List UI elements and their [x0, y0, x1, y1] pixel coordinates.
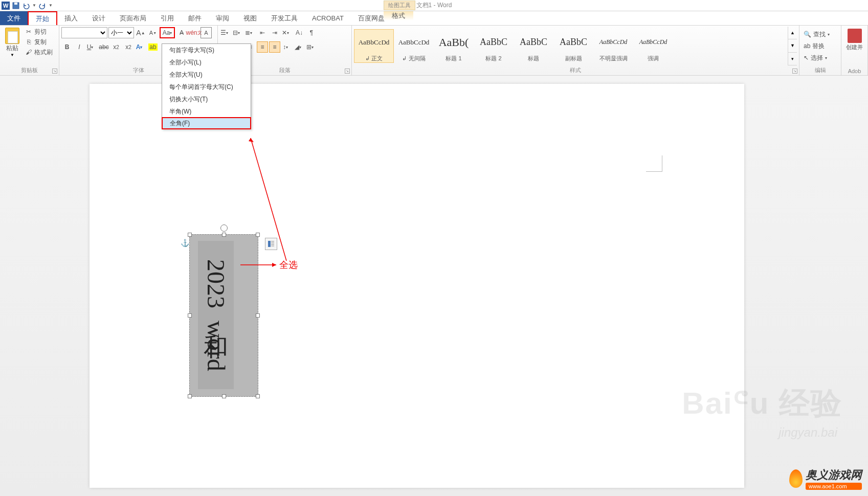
text-effects-button[interactable]: A▾ — [135, 41, 146, 53]
paste-button[interactable]: 粘贴 ▼ — [2, 27, 23, 57]
styles-gallery-scroll: ▲ ▼ ▾ — [788, 27, 797, 65]
gallery-scroll-down[interactable]: ▼ — [788, 39, 797, 52]
format-painter-button[interactable]: 🖌格式刷 — [24, 47, 54, 57]
numbering-button[interactable]: ⊟▾ — [232, 27, 243, 38]
tab-view[interactable]: 视图 — [236, 11, 264, 25]
group-editing: 🔍查找▾ ab替换 ↖选择▾ 编辑 — [799, 26, 841, 75]
resize-handle-mt[interactable] — [222, 233, 226, 237]
style-item-7[interactable]: AaBbCcDd强调 — [633, 29, 673, 63]
watermark-main: Baiᕪu 经验 — [682, 383, 842, 424]
multilevel-list-button[interactable]: ≣▾ — [244, 27, 256, 38]
resize-handle-tl[interactable] — [188, 233, 192, 237]
annotation-label: 全选 — [279, 259, 298, 271]
resize-handle-mb[interactable] — [222, 394, 226, 398]
subscript-button[interactable]: x2 — [110, 41, 122, 53]
distribute-button[interactable]: ≡ — [269, 41, 280, 53]
create-pdf-icon[interactable] — [848, 29, 862, 43]
style-item-5[interactable]: AaBbC副标题 — [553, 29, 593, 63]
case-full-width[interactable]: 全角(F) — [162, 117, 251, 129]
qat-customize-icon[interactable]: ▼ — [48, 1, 53, 10]
font-name-select[interactable] — [61, 27, 107, 38]
resize-handle-mr[interactable] — [256, 313, 260, 318]
bullets-button[interactable]: ☰▾ — [220, 27, 231, 38]
superscript-button[interactable]: x2 — [123, 41, 134, 53]
group-clipboard: 粘贴 ▼ ✂剪切 ⎘复制 🖌格式刷 剪贴板 ↘ — [0, 26, 59, 75]
cut-button[interactable]: ✂剪切 — [24, 27, 54, 37]
styles-group-label: 样式 — [354, 65, 797, 75]
scissors-icon: ✂ — [25, 28, 33, 36]
svg-rect-3 — [14, 3, 17, 5]
tab-file[interactable]: 文件 — [0, 11, 28, 25]
ribbon-tabs: 文件 开始 插入 设计 页面布局 引用 邮件 审阅 视图 开发工具 ACROBA… — [0, 11, 868, 26]
paragraph-dialog-launcher[interactable]: ↘ — [345, 69, 350, 74]
tab-page-layout[interactable]: 页面布局 — [113, 11, 153, 25]
rotate-handle[interactable] — [220, 224, 228, 232]
select-button[interactable]: ↖选择▾ — [802, 52, 839, 63]
asian-layout-button[interactable]: ✕▾ — [281, 27, 293, 38]
tab-format[interactable]: 格式 — [384, 11, 413, 20]
gallery-scroll-up[interactable]: ▲ — [788, 27, 797, 39]
change-case-button[interactable]: Aa▾ — [160, 27, 175, 38]
svg-line-5 — [251, 138, 286, 261]
style-item-2[interactable]: AaBb(标题 1 — [434, 29, 474, 63]
resize-handle-ml[interactable] — [188, 313, 192, 318]
tab-design[interactable]: 设计 — [85, 11, 113, 25]
shrink-font-button[interactable]: A▼ — [147, 27, 159, 38]
resize-handle-br[interactable] — [256, 394, 260, 398]
style-item-1[interactable]: AaBbCcDd↲ 无间隔 — [394, 29, 434, 63]
clipboard-dialog-launcher[interactable]: ↘ — [52, 69, 57, 74]
tab-references[interactable]: 引用 — [153, 11, 181, 25]
logo-url: www.aoe1.com — [806, 483, 862, 490]
character-border-button[interactable]: A — [201, 27, 212, 38]
word-app-icon[interactable]: W — [1, 1, 10, 10]
borders-button[interactable]: ⊞▾ — [306, 41, 317, 53]
vertical-text-content[interactable]: 2023 和 word — [198, 241, 234, 389]
tab-acrobat[interactable]: ACROBAT — [305, 11, 351, 25]
justify-button[interactable]: ≡ — [257, 41, 268, 53]
logo-text: 奥义游戏网 — [806, 467, 862, 483]
undo-icon[interactable] — [21, 1, 31, 10]
anchor-icon: ⚓ — [181, 239, 189, 247]
case-half-width[interactable]: 半角(W) — [162, 105, 251, 118]
phonetic-guide-button[interactable]: wén文 — [188, 27, 199, 38]
highlight-button[interactable]: ab — [147, 41, 159, 53]
tab-developer[interactable]: 开发工具 — [264, 11, 305, 25]
styles-dialog-launcher[interactable]: ↘ — [792, 69, 797, 74]
style-item-6[interactable]: AaBbCcDd不明显强调 — [593, 29, 633, 63]
resize-handle-bl[interactable] — [188, 394, 192, 398]
tab-insert[interactable]: 插入 — [57, 11, 85, 25]
undo-dropdown-icon[interactable]: ▼ — [32, 1, 37, 10]
underline-button[interactable]: U▾ — [86, 41, 97, 53]
tab-review[interactable]: 审阅 — [209, 11, 236, 25]
bold-button[interactable]: B — [61, 41, 73, 53]
page[interactable] — [90, 84, 744, 488]
case-capitalize-each[interactable]: 每个单词首字母大写(C) — [162, 81, 251, 93]
style-item-0[interactable]: AaBbCcDd↲ 正文 — [354, 29, 394, 63]
case-lowercase[interactable]: 全部小写(L) — [162, 56, 251, 69]
show-marks-button[interactable]: ¶ — [306, 27, 317, 38]
strikethrough-button[interactable]: abc — [98, 41, 109, 53]
find-button[interactable]: 🔍查找▾ — [802, 29, 839, 40]
case-toggle[interactable]: 切换大小写(T) — [162, 93, 251, 105]
line-spacing-button[interactable]: ↕▾ — [281, 41, 293, 53]
replace-button[interactable]: ab替换 — [802, 40, 839, 52]
font-size-select[interactable]: 小一 — [108, 27, 134, 38]
style-item-3[interactable]: AaBbC标题 2 — [474, 29, 514, 63]
case-sentence[interactable]: 句首字母大写(S) — [162, 44, 251, 56]
redo-icon[interactable] — [38, 1, 47, 10]
italic-button[interactable]: I — [74, 41, 85, 53]
decrease-indent-button[interactable]: ⇤ — [257, 27, 268, 38]
annotation-arrow-2 — [240, 261, 281, 269]
tab-mailings[interactable]: 邮件 — [181, 11, 209, 25]
copy-button[interactable]: ⎘复制 — [24, 37, 54, 47]
tab-home[interactable]: 开始 — [28, 11, 57, 25]
svg-marker-8 — [272, 263, 276, 267]
save-icon[interactable] — [11, 1, 20, 10]
style-item-4[interactable]: AaBbC标题 — [514, 29, 553, 63]
case-uppercase[interactable]: 全部大写(U) — [162, 69, 251, 81]
grow-font-button[interactable]: A▲ — [135, 27, 146, 38]
gallery-expand[interactable]: ▾ — [788, 53, 797, 65]
increase-indent-button[interactable]: ⇥ — [269, 27, 280, 38]
shading-button[interactable]: ◢▾ — [294, 41, 305, 53]
sort-button[interactable]: A↓ — [294, 27, 305, 38]
